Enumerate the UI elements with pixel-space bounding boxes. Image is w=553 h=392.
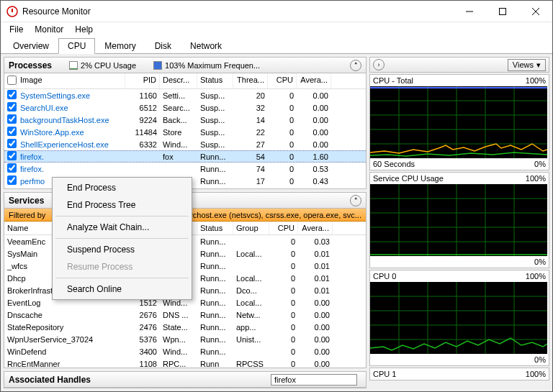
cpu0-chart: [370, 282, 547, 354]
service-row[interactable]: WinDefend3400Wind...Runn...00.00: [4, 345, 366, 357]
row-checkbox[interactable]: [7, 176, 17, 185]
select-all-checkbox[interactable]: [7, 76, 17, 85]
row-checkbox[interactable]: [7, 114, 17, 124]
row-checkbox[interactable]: [7, 102, 17, 111]
maximize-button[interactable]: [486, 1, 519, 22]
separator: [55, 216, 189, 216]
process-row[interactable]: firefox.Runn...7400.53: [4, 163, 366, 175]
process-row[interactable]: SystemSettings.exe1160Setti...Susp...200…: [4, 89, 366, 101]
tab-overview[interactable]: Overview: [4, 38, 58, 54]
freq-meter: 103% Maximum Frequen...: [153, 61, 260, 70]
service-row[interactable]: WpnUserService_370245376Wpn...Runn...Uni…: [4, 333, 366, 345]
titlebar: Resource Monitor: [1, 1, 552, 22]
graph-cpu1: CPU 1100%: [369, 368, 549, 380]
tab-network[interactable]: Network: [181, 38, 231, 54]
graph-cpu0: CPU 0100% 0%: [369, 270, 549, 366]
service-row[interactable]: RncEntManner1108RPC...RunnRPCSS00.00: [4, 357, 366, 368]
svg-rect-27: [370, 282, 547, 354]
process-row[interactable]: firefox.foxRunn...5401.60: [4, 150, 366, 163]
row-checkbox[interactable]: [7, 139, 17, 148]
process-column-headers[interactable]: Image PID Descr... Status Threa... CPU A…: [4, 73, 366, 89]
graph-service-cpu: Service CPU Usage100% 0%: [369, 172, 549, 268]
right-toolbar: › Views ▾: [369, 57, 549, 73]
processes-title: Processes: [9, 60, 52, 70]
svg-rect-1: [12, 9, 13, 12]
chevron-up-icon[interactable]: ˄: [350, 195, 361, 206]
associated-handles-panel: Associated Handles: [4, 371, 367, 388]
tabbar: Overview CPU Memory Disk Network: [1, 37, 552, 54]
svg-rect-17: [370, 184, 547, 256]
chevron-down-icon: ▾: [536, 60, 541, 70]
handles-title: Associated Handles: [9, 375, 91, 385]
tab-disk[interactable]: Disk: [145, 38, 181, 54]
service-cpu-chart: [370, 184, 547, 256]
title-text: Resource Monitor: [22, 6, 453, 17]
menu-help[interactable]: Help: [69, 23, 99, 36]
chevron-right-icon[interactable]: ›: [373, 59, 385, 70]
row-checkbox[interactable]: [7, 151, 17, 160]
ctx-search-online[interactable]: Search Online: [54, 281, 190, 298]
row-checkbox[interactable]: [7, 127, 17, 136]
service-row[interactable]: StateRepository2476State...Runn...app...…: [4, 321, 366, 333]
ctx-resume-process: Resume Process: [54, 258, 190, 275]
row-checkbox[interactable]: [7, 163, 17, 173]
ctx-suspend-process[interactable]: Suspend Process: [54, 241, 190, 258]
handles-search-input[interactable]: [271, 374, 357, 386]
menubar: File Monitor Help: [1, 22, 552, 37]
graph-cpu-total: CPU - Total100% 60 Seconds0%: [369, 74, 549, 170]
services-title: Services: [9, 196, 44, 206]
chevron-up-icon[interactable]: ˄: [350, 60, 361, 71]
minimize-button[interactable]: [453, 1, 486, 22]
service-row[interactable]: Dnscache2676DNS ...Runn...Netw...00.00: [4, 309, 366, 321]
separator: [55, 238, 189, 239]
separator: [55, 278, 189, 278]
process-row[interactable]: SearchUI.exe6512Searc...Susp...3200.00: [4, 101, 366, 114]
process-row[interactable]: backgroundTaskHost.exe9224Back...Susp...…: [4, 114, 366, 126]
processes-header[interactable]: Processes 2% CPU Usage 103% Maximum Freq…: [4, 58, 366, 73]
context-menu: End Process End Process Tree Analyze Wai…: [52, 177, 192, 300]
ctx-end-process[interactable]: End Process: [54, 179, 190, 196]
tab-memory[interactable]: Memory: [95, 38, 145, 54]
app-icon: [6, 6, 18, 17]
close-button[interactable]: [519, 1, 552, 22]
svg-rect-6: [370, 86, 547, 158]
right-column: › Views ▾ CPU - Total100% 60 Seconds0%: [369, 57, 549, 388]
row-checkbox[interactable]: [7, 90, 17, 99]
cpu-usage-meter: 2% CPU Usage: [69, 61, 136, 70]
processes-list[interactable]: SystemSettings.exe1160Setti...Susp...200…: [4, 89, 366, 188]
process-row[interactable]: WinStore.App.exe11484StoreSusp...2200.00: [4, 126, 366, 138]
svg-rect-3: [500, 8, 506, 14]
menu-file[interactable]: File: [4, 23, 29, 36]
menu-monitor[interactable]: Monitor: [29, 23, 69, 36]
handles-header[interactable]: Associated Handles: [4, 372, 366, 388]
processes-panel: Processes 2% CPU Usage 103% Maximum Freq…: [4, 57, 367, 189]
ctx-analyze-wait-chain[interactable]: Analyze Wait Chain...: [54, 219, 190, 236]
cpu-total-chart: [370, 86, 547, 158]
ctx-end-process-tree[interactable]: End Process Tree: [54, 196, 190, 214]
process-row[interactable]: ShellExperienceHost.exe6332Wind...Susp..…: [4, 138, 366, 150]
tab-cpu[interactable]: CPU: [58, 38, 95, 54]
views-dropdown[interactable]: Views ▾: [508, 59, 546, 71]
